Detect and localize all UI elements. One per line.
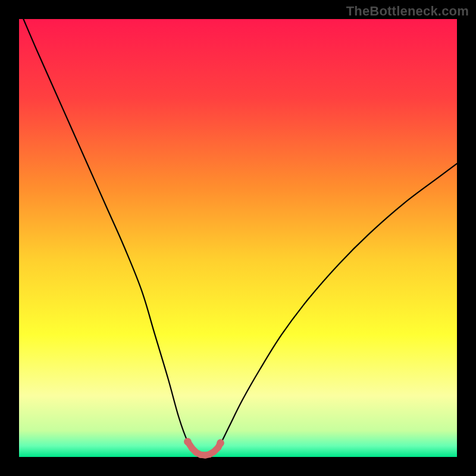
chart-frame: TheBottleneck.com bbox=[0, 0, 476, 476]
svg-point-9 bbox=[217, 439, 224, 447]
gradient-background bbox=[19, 19, 457, 457]
bottleneck-chart bbox=[0, 0, 476, 476]
svg-point-1 bbox=[184, 438, 192, 446]
